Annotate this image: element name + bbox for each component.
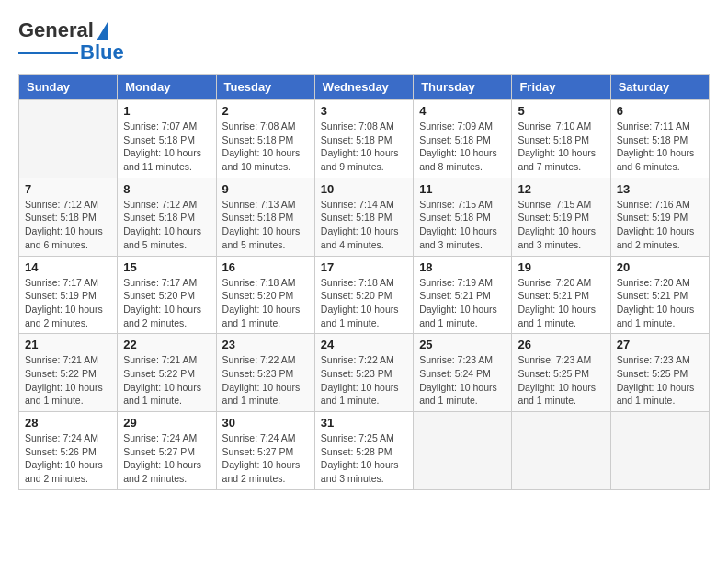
day-info: Sunrise: 7:07 AM Sunset: 5:18 PM Dayligh… xyxy=(123,120,210,174)
header-wednesday: Wednesday xyxy=(314,75,413,100)
day-number: 18 xyxy=(419,260,506,274)
day-number: 3 xyxy=(321,104,407,118)
calendar-week-row: 1Sunrise: 7:07 AM Sunset: 5:18 PM Daylig… xyxy=(19,100,710,178)
day-number: 31 xyxy=(321,416,407,430)
day-number: 19 xyxy=(518,260,604,274)
calendar-cell: 20Sunrise: 7:20 AM Sunset: 5:21 PM Dayli… xyxy=(610,256,709,334)
calendar-cell: 24Sunrise: 7:22 AM Sunset: 5:23 PM Dayli… xyxy=(314,334,413,412)
header-monday: Monday xyxy=(118,75,216,100)
day-info: Sunrise: 7:20 AM Sunset: 5:21 PM Dayligh… xyxy=(617,276,703,330)
calendar-cell: 19Sunrise: 7:20 AM Sunset: 5:21 PM Dayli… xyxy=(512,256,610,334)
calendar-cell: 2Sunrise: 7:08 AM Sunset: 5:18 PM Daylig… xyxy=(216,100,314,178)
day-number: 15 xyxy=(123,260,210,274)
calendar-cell: 4Sunrise: 7:09 AM Sunset: 5:18 PM Daylig… xyxy=(414,100,512,178)
day-number: 29 xyxy=(123,416,210,430)
day-info: Sunrise: 7:12 AM Sunset: 5:18 PM Dayligh… xyxy=(25,198,111,252)
calendar-cell xyxy=(414,412,512,490)
calendar-table: SundayMondayTuesdayWednesdayThursdayFrid… xyxy=(18,74,710,490)
day-number: 7 xyxy=(25,182,111,196)
calendar-cell: 30Sunrise: 7:24 AM Sunset: 5:27 PM Dayli… xyxy=(216,412,314,490)
calendar-cell xyxy=(19,100,118,178)
calendar-cell: 16Sunrise: 7:18 AM Sunset: 5:20 PM Dayli… xyxy=(216,256,314,334)
day-number: 21 xyxy=(25,338,111,351)
day-info: Sunrise: 7:23 AM Sunset: 5:25 PM Dayligh… xyxy=(518,353,604,408)
day-info: Sunrise: 7:23 AM Sunset: 5:25 PM Dayligh… xyxy=(617,353,703,408)
logo-triangle-icon xyxy=(97,22,108,40)
day-info: Sunrise: 7:08 AM Sunset: 5:18 PM Dayligh… xyxy=(222,120,309,174)
calendar-cell: 22Sunrise: 7:21 AM Sunset: 5:22 PM Dayli… xyxy=(118,334,216,412)
day-info: Sunrise: 7:24 AM Sunset: 5:27 PM Dayligh… xyxy=(222,431,309,486)
calendar-week-row: 14Sunrise: 7:17 AM Sunset: 5:19 PM Dayli… xyxy=(19,256,710,334)
calendar-cell: 14Sunrise: 7:17 AM Sunset: 5:19 PM Dayli… xyxy=(19,256,118,334)
day-info: Sunrise: 7:21 AM Sunset: 5:22 PM Dayligh… xyxy=(25,353,111,408)
day-info: Sunrise: 7:13 AM Sunset: 5:18 PM Dayligh… xyxy=(222,198,309,252)
day-number: 27 xyxy=(617,338,703,351)
calendar-cell: 31Sunrise: 7:25 AM Sunset: 5:28 PM Dayli… xyxy=(314,412,413,490)
day-info: Sunrise: 7:17 AM Sunset: 5:19 PM Dayligh… xyxy=(25,276,111,330)
day-info: Sunrise: 7:10 AM Sunset: 5:18 PM Dayligh… xyxy=(518,120,604,174)
day-number: 14 xyxy=(25,260,111,274)
calendar-cell: 23Sunrise: 7:22 AM Sunset: 5:23 PM Dayli… xyxy=(216,334,314,412)
calendar-cell: 28Sunrise: 7:24 AM Sunset: 5:26 PM Dayli… xyxy=(19,412,118,490)
day-number: 25 xyxy=(419,338,506,351)
calendar-cell: 7Sunrise: 7:12 AM Sunset: 5:18 PM Daylig… xyxy=(19,178,118,256)
day-number: 26 xyxy=(518,338,604,351)
calendar-cell: 18Sunrise: 7:19 AM Sunset: 5:21 PM Dayli… xyxy=(414,256,512,334)
day-number: 28 xyxy=(25,416,111,430)
calendar-cell xyxy=(512,412,610,490)
day-info: Sunrise: 7:11 AM Sunset: 5:18 PM Dayligh… xyxy=(617,120,703,174)
day-number: 4 xyxy=(419,104,506,118)
day-number: 17 xyxy=(321,260,407,274)
calendar-week-row: 21Sunrise: 7:21 AM Sunset: 5:22 PM Dayli… xyxy=(19,334,710,412)
calendar-cell: 25Sunrise: 7:23 AM Sunset: 5:24 PM Dayli… xyxy=(414,334,512,412)
day-info: Sunrise: 7:24 AM Sunset: 5:27 PM Dayligh… xyxy=(123,431,210,486)
day-number: 16 xyxy=(222,260,309,274)
calendar-cell: 21Sunrise: 7:21 AM Sunset: 5:22 PM Dayli… xyxy=(19,334,118,412)
day-info: Sunrise: 7:19 AM Sunset: 5:21 PM Dayligh… xyxy=(419,276,506,330)
calendar-cell: 1Sunrise: 7:07 AM Sunset: 5:18 PM Daylig… xyxy=(118,100,216,178)
calendar-cell: 5Sunrise: 7:10 AM Sunset: 5:18 PM Daylig… xyxy=(512,100,610,178)
day-info: Sunrise: 7:24 AM Sunset: 5:26 PM Dayligh… xyxy=(25,431,111,486)
day-info: Sunrise: 7:14 AM Sunset: 5:18 PM Dayligh… xyxy=(321,198,407,252)
day-info: Sunrise: 7:22 AM Sunset: 5:23 PM Dayligh… xyxy=(321,353,407,408)
calendar-cell: 17Sunrise: 7:18 AM Sunset: 5:20 PM Dayli… xyxy=(314,256,413,334)
day-info: Sunrise: 7:12 AM Sunset: 5:18 PM Dayligh… xyxy=(123,198,210,252)
day-info: Sunrise: 7:15 AM Sunset: 5:19 PM Dayligh… xyxy=(518,198,604,252)
day-number: 24 xyxy=(321,338,407,351)
header-thursday: Thursday xyxy=(414,75,512,100)
day-info: Sunrise: 7:09 AM Sunset: 5:18 PM Dayligh… xyxy=(419,120,506,174)
header-friday: Friday xyxy=(512,75,610,100)
logo-text-blue: Blue xyxy=(80,40,124,64)
calendar-cell: 3Sunrise: 7:08 AM Sunset: 5:18 PM Daylig… xyxy=(314,100,413,178)
calendar-week-row: 28Sunrise: 7:24 AM Sunset: 5:26 PM Dayli… xyxy=(19,412,710,490)
calendar-cell: 13Sunrise: 7:16 AM Sunset: 5:19 PM Dayli… xyxy=(610,178,709,256)
day-number: 30 xyxy=(222,416,309,430)
calendar-cell: 29Sunrise: 7:24 AM Sunset: 5:27 PM Dayli… xyxy=(118,412,216,490)
calendar-cell: 12Sunrise: 7:15 AM Sunset: 5:19 PM Dayli… xyxy=(512,178,610,256)
calendar-cell: 26Sunrise: 7:23 AM Sunset: 5:25 PM Dayli… xyxy=(512,334,610,412)
day-number: 9 xyxy=(222,182,309,196)
day-number: 22 xyxy=(123,338,210,351)
day-info: Sunrise: 7:08 AM Sunset: 5:18 PM Dayligh… xyxy=(321,120,407,174)
day-number: 8 xyxy=(123,182,210,196)
day-number: 20 xyxy=(617,260,703,274)
calendar-header-row: SundayMondayTuesdayWednesdayThursdayFrid… xyxy=(19,75,710,100)
day-number: 10 xyxy=(321,182,407,196)
day-number: 5 xyxy=(518,104,604,118)
day-number: 23 xyxy=(222,338,309,351)
day-info: Sunrise: 7:23 AM Sunset: 5:24 PM Dayligh… xyxy=(419,353,506,408)
page-header: General Blue xyxy=(18,18,710,64)
calendar-cell: 6Sunrise: 7:11 AM Sunset: 5:18 PM Daylig… xyxy=(610,100,709,178)
day-number: 12 xyxy=(518,182,604,196)
day-info: Sunrise: 7:25 AM Sunset: 5:28 PM Dayligh… xyxy=(321,431,407,486)
calendar-cell: 27Sunrise: 7:23 AM Sunset: 5:25 PM Dayli… xyxy=(610,334,709,412)
day-info: Sunrise: 7:15 AM Sunset: 5:18 PM Dayligh… xyxy=(419,198,506,252)
logo: General Blue xyxy=(18,18,124,64)
header-tuesday: Tuesday xyxy=(216,75,314,100)
calendar-cell: 15Sunrise: 7:17 AM Sunset: 5:20 PM Dayli… xyxy=(118,256,216,334)
day-number: 6 xyxy=(617,104,703,118)
calendar-cell xyxy=(610,412,709,490)
header-saturday: Saturday xyxy=(610,75,709,100)
day-info: Sunrise: 7:18 AM Sunset: 5:20 PM Dayligh… xyxy=(321,276,407,330)
day-number: 11 xyxy=(419,182,506,196)
